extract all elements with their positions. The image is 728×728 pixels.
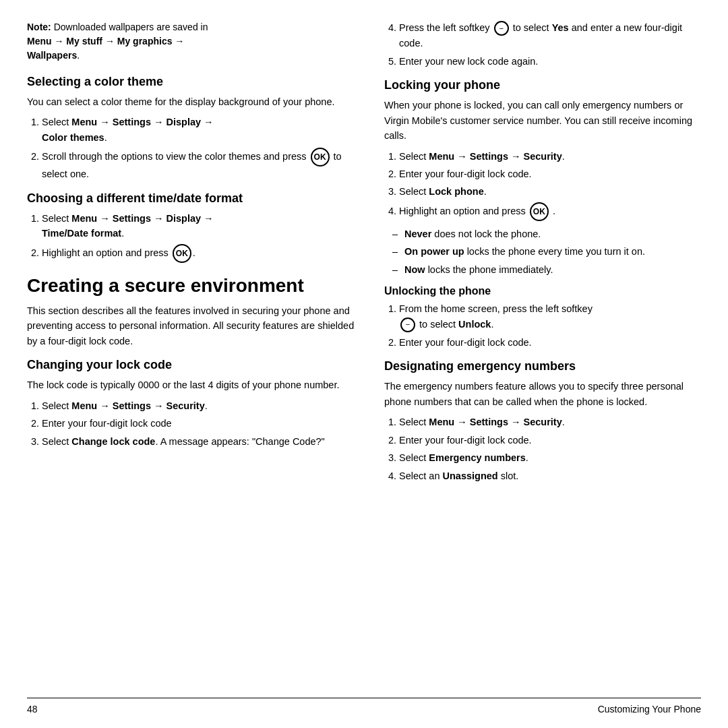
color-theme-heading: Selecting a color theme xyxy=(27,75,364,89)
left-column: Note: Downloaded wallpapers are saved in… xyxy=(27,20,364,691)
list-item: Select Menu → Settings → Security. xyxy=(42,398,364,413)
color-theme-body: You can select a color theme for the dis… xyxy=(27,94,364,109)
list-item: From the home screen, press the left sof… xyxy=(399,301,701,332)
section-title: Customizing Your Phone xyxy=(598,704,701,715)
creating-body: This section describes all the features … xyxy=(27,303,364,348)
changing-lock-body: The lock code is typically 0000 or the l… xyxy=(27,377,364,392)
color-theme-steps: Select Menu → Settings → Display →Color … xyxy=(27,115,364,181)
ok-icon: OK xyxy=(530,202,549,221)
time-date-steps: Select Menu → Settings → Display →Time/D… xyxy=(27,211,364,263)
step-bold: Unlock xyxy=(458,319,491,330)
note-text: Note: Downloaded wallpapers are saved in… xyxy=(27,20,364,63)
list-item: Enter your four-digit lock code. xyxy=(399,335,701,350)
list-item: Select Menu → Settings → Security. xyxy=(399,149,701,164)
note-body: Downloaded wallpapers are saved in xyxy=(54,22,208,32)
locking-body: When your phone is locked, you can call … xyxy=(384,98,701,143)
designating-steps: Select Menu → Settings → Security. Enter… xyxy=(384,415,701,483)
option-bold: Now xyxy=(404,264,425,275)
changing-lock-continued: Press the left softkey − to select Yes a… xyxy=(384,20,701,69)
content-area: Note: Downloaded wallpapers are saved in… xyxy=(27,20,701,691)
list-item: Scroll through the options to view the c… xyxy=(42,148,364,181)
step-bold: Menu → Settings → Display →Color themes xyxy=(42,117,214,142)
list-item: Enter your new lock code again. xyxy=(399,54,701,69)
step-bold: Menu → Settings → Security xyxy=(71,400,204,411)
list-item: Select an Unassigned slot. xyxy=(399,468,701,483)
locking-heading: Locking your phone xyxy=(384,78,701,92)
step-bold: Lock phone xyxy=(429,186,483,197)
step-bold: Unassigned xyxy=(443,471,498,481)
list-item: Enter your four-digit lock code. xyxy=(399,433,701,448)
designating-body: The emergency numbers feature allows you… xyxy=(384,379,701,409)
step-bold: Yes xyxy=(552,22,569,33)
step-bold: Menu → Settings → Security xyxy=(429,417,562,427)
step-bold: Emergency numbers xyxy=(429,452,525,463)
ok-icon: OK xyxy=(311,148,330,166)
list-item: Select Menu → Settings → Display →Time/D… xyxy=(42,211,364,241)
list-item: Highlight an option and press OK. xyxy=(42,244,364,263)
locking-sub-options: Never does not lock the phone. On power … xyxy=(384,226,701,277)
list-item: Select Lock phone. xyxy=(399,184,701,199)
changing-lock-continued-steps: Press the left softkey − to select Yes a… xyxy=(384,20,701,69)
note-path: Menu → My stuff → My graphics →Wallpaper… xyxy=(27,36,184,61)
changing-lock-steps: Select Menu → Settings → Security. Enter… xyxy=(27,398,364,449)
softkey-icon: − xyxy=(400,317,415,332)
page-number: 48 xyxy=(27,704,38,715)
list-item: On power up locks the phone every time y… xyxy=(404,244,701,259)
time-date-heading: Choosing a different time/date format xyxy=(27,191,364,206)
list-item: Enter your four-digit lock code. xyxy=(399,166,701,181)
list-item: Now locks the phone immediately. xyxy=(404,262,701,277)
softkey-icon: − xyxy=(494,21,509,36)
ok-icon: OK xyxy=(173,244,191,263)
note-label: Note: xyxy=(27,22,51,32)
list-item: Highlight an option and press OK . xyxy=(399,202,701,221)
creating-heading: Creating a secure environment xyxy=(27,275,364,297)
footer: 48 Customizing Your Phone xyxy=(27,698,701,715)
list-item: Select Menu → Settings → Display →Color … xyxy=(42,115,364,145)
step-bold: Menu → Settings → Security xyxy=(429,151,562,162)
step-bold: Menu → Settings → Display →Time/Date for… xyxy=(42,213,214,239)
list-item: Select Menu → Settings → Security. xyxy=(399,415,701,429)
option-bold: Never xyxy=(404,229,431,239)
page-container: Note: Downloaded wallpapers are saved in… xyxy=(0,0,728,728)
list-item: Enter your four-digit lock code xyxy=(42,416,364,431)
step-bold: Change lock code xyxy=(71,436,155,447)
list-item: Select Change lock code. A message appea… xyxy=(42,434,364,449)
list-item: Never does not lock the phone. xyxy=(404,226,701,241)
locking-steps: Select Menu → Settings → Security. Enter… xyxy=(384,149,701,221)
changing-lock-heading: Changing your lock code xyxy=(27,358,364,372)
unlocking-steps: From the home screen, press the left sof… xyxy=(384,301,701,350)
designating-heading: Designating emergency numbers xyxy=(384,359,701,373)
list-item: Press the left softkey − to select Yes a… xyxy=(399,20,701,51)
unlocking-heading: Unlocking the phone xyxy=(384,285,701,297)
right-column: Press the left softkey − to select Yes a… xyxy=(384,20,701,691)
option-bold: On power up xyxy=(404,246,464,257)
list-item: Select Emergency numbers. xyxy=(399,450,701,465)
